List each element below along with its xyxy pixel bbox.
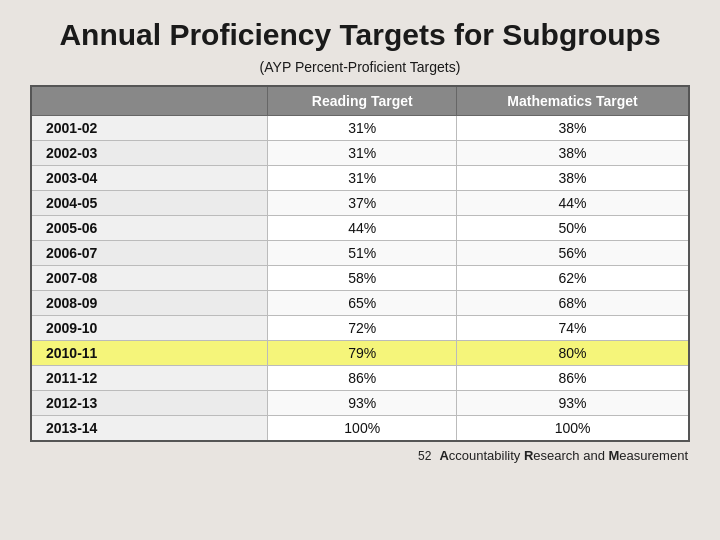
cell-year: 2008-09 <box>31 290 268 315</box>
cell-reading: 86% <box>268 365 457 390</box>
table-row: 2008-0965%68% <box>31 290 689 315</box>
cell-year: 2006-07 <box>31 240 268 265</box>
table-row: 2005-0644%50% <box>31 215 689 240</box>
cell-year: 2007-08 <box>31 265 268 290</box>
table-row: 2009-1072%74% <box>31 315 689 340</box>
cell-math: 44% <box>457 190 689 215</box>
cell-reading: 58% <box>268 265 457 290</box>
cell-math: 68% <box>457 290 689 315</box>
cell-reading: 100% <box>268 415 457 441</box>
cell-reading: 51% <box>268 240 457 265</box>
cell-reading: 31% <box>268 115 457 140</box>
table-row: 2013-14100%100% <box>31 415 689 441</box>
cell-math: 93% <box>457 390 689 415</box>
cell-reading: 79% <box>268 340 457 365</box>
cell-year: 2001-02 <box>31 115 268 140</box>
cell-math: 38% <box>457 165 689 190</box>
col-header-year <box>31 86 268 116</box>
page-title: Annual Proficiency Targets for Subgroups <box>59 18 660 53</box>
cell-math: 56% <box>457 240 689 265</box>
table-row: 2010-1179%80% <box>31 340 689 365</box>
cell-year: 2009-10 <box>31 315 268 340</box>
cell-year: 2004-05 <box>31 190 268 215</box>
cell-reading: 65% <box>268 290 457 315</box>
subtitle: (AYP Percent-Proficient Targets) <box>260 59 461 75</box>
cell-year: 2002-03 <box>31 140 268 165</box>
cell-year: 2013-14 <box>31 415 268 441</box>
cell-reading: 72% <box>268 315 457 340</box>
cell-year: 2012-13 <box>31 390 268 415</box>
cell-reading: 44% <box>268 215 457 240</box>
data-table: Reading Target Mathematics Target 2001-0… <box>30 85 690 442</box>
table-row: 2003-0431%38% <box>31 165 689 190</box>
cell-year: 2010-11 <box>31 340 268 365</box>
cell-reading: 31% <box>268 140 457 165</box>
table-row: 2002-0331%38% <box>31 140 689 165</box>
cell-reading: 31% <box>268 165 457 190</box>
cell-math: 62% <box>457 265 689 290</box>
cell-reading: 37% <box>268 190 457 215</box>
table-row: 2007-0858%62% <box>31 265 689 290</box>
table-row: 2004-0537%44% <box>31 190 689 215</box>
cell-math: 38% <box>457 140 689 165</box>
table-row: 2011-1286%86% <box>31 365 689 390</box>
cell-math: 74% <box>457 315 689 340</box>
cell-year: 2003-04 <box>31 165 268 190</box>
col-header-math: Mathematics Target <box>457 86 689 116</box>
footer: 52 Accountability Research and Measureme… <box>30 448 690 463</box>
cell-math: 80% <box>457 340 689 365</box>
col-header-reading: Reading Target <box>268 86 457 116</box>
table-row: 2012-1393%93% <box>31 390 689 415</box>
cell-math: 100% <box>457 415 689 441</box>
cell-year: 2011-12 <box>31 365 268 390</box>
cell-math: 50% <box>457 215 689 240</box>
page-number: 52 <box>418 449 431 463</box>
table-row: 2001-0231%38% <box>31 115 689 140</box>
cell-reading: 93% <box>268 390 457 415</box>
cell-math: 86% <box>457 365 689 390</box>
table-row: 2006-0751%56% <box>31 240 689 265</box>
cell-year: 2005-06 <box>31 215 268 240</box>
cell-math: 38% <box>457 115 689 140</box>
footer-text: Accountability Research and Measurement <box>439 448 688 463</box>
